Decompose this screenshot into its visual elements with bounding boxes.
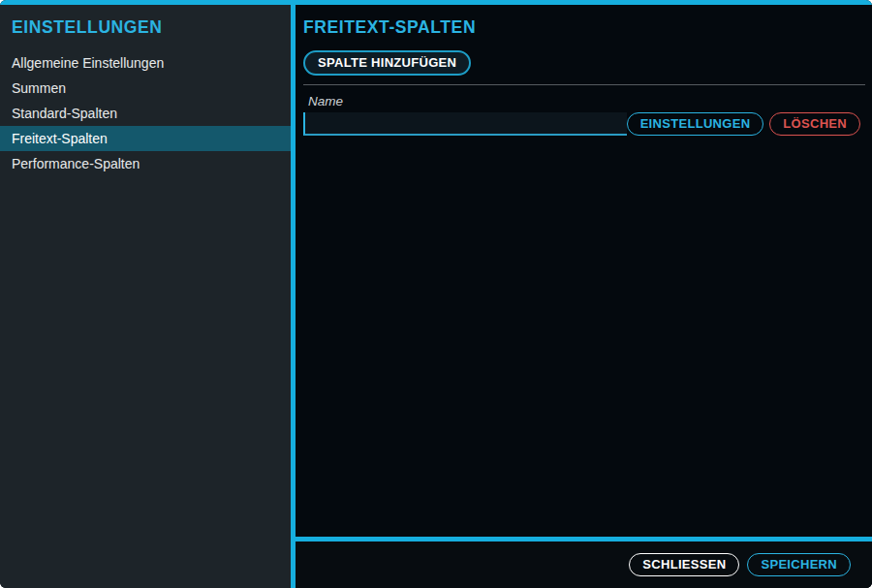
column-delete-button[interactable]: LÖSCHEN [769, 112, 860, 136]
main-content: FREITEXT-SPALTEN SPALTE HINZUFÜGEN Name … [296, 5, 872, 537]
sidebar-item-performance-spalten[interactable]: Performance-Spalten [0, 151, 291, 176]
sidebar-item-standard-spalten[interactable]: Standard-Spalten [0, 101, 291, 126]
column-settings-button[interactable]: EINSTELLUNGEN [627, 112, 764, 136]
settings-sidebar: EINSTELLUNGEN Allgemeine Einstellungen S… [0, 5, 291, 588]
add-column-button[interactable]: SPALTE HINZUFÜGEN [303, 50, 471, 76]
sidebar-nav: Allgemeine Einstellungen Summen Standard… [0, 50, 291, 176]
main-column: FREITEXT-SPALTEN SPALTE HINZUFÜGEN Name … [296, 5, 872, 588]
column-row-buttons: EINSTELLUNGEN LÖSCHEN [627, 112, 865, 136]
sidebar-title: EINSTELLUNGEN [0, 5, 291, 48]
save-button[interactable]: SPEICHERN [747, 553, 851, 576]
dialog-footer: SCHLIESSEN SPEICHERN [296, 537, 872, 588]
sidebar-item-freitext-spalten[interactable]: Freitext-Spalten [0, 126, 291, 151]
sidebar-item-summen[interactable]: Summen [0, 76, 291, 101]
name-field-label: Name [303, 94, 865, 108]
close-button[interactable]: SCHLIESSEN [629, 553, 739, 576]
column-name-input[interactable] [303, 112, 627, 136]
section-divider [303, 84, 865, 85]
settings-dialog: EINSTELLUNGEN Allgemeine Einstellungen S… [0, 0, 872, 588]
column-row: EINSTELLUNGEN LÖSCHEN [303, 112, 865, 136]
dialog-body: EINSTELLUNGEN Allgemeine Einstellungen S… [0, 5, 872, 588]
sidebar-item-allgemeine-einstellungen[interactable]: Allgemeine Einstellungen [0, 50, 291, 76]
page-title: FREITEXT-SPALTEN [303, 17, 865, 38]
